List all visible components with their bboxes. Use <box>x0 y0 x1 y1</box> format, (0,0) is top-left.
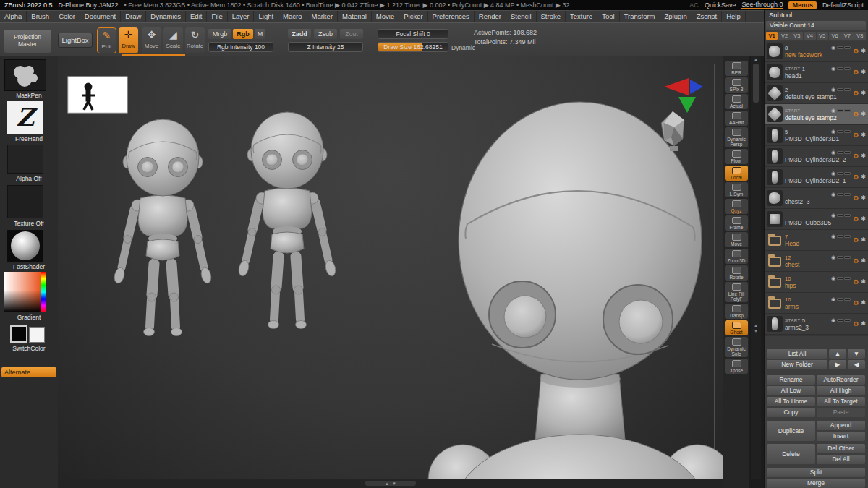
del-all-button[interactable]: Del All <box>817 455 865 464</box>
mini-slider[interactable] <box>844 235 851 238</box>
gear-icon[interactable]: ⚙ <box>853 111 859 118</box>
list-all-button[interactable]: List All <box>767 349 827 359</box>
autoreorder-button[interactable]: AutoReorder <box>817 375 865 385</box>
star-icon[interactable]: ✱ <box>861 132 866 139</box>
menu-item-stroke[interactable]: Stroke <box>537 11 566 22</box>
strip-button-dynamic-solo[interactable]: Dynamic Solo <box>725 337 748 357</box>
visibility-eye-icon[interactable]: ◉ <box>831 317 835 323</box>
visibility-eye-icon[interactable]: ◉ <box>831 87 835 93</box>
mini-slider[interactable] <box>844 319 851 322</box>
menu-item-light[interactable]: Light <box>254 11 278 22</box>
menu-item-document[interactable]: Document <box>80 11 121 22</box>
visibility-eye-icon[interactable]: ◉ <box>831 296 835 302</box>
color-picker-gradient[interactable] <box>4 272 46 312</box>
alpha-off-thumbnail[interactable] <box>7 145 43 174</box>
main-color-swatch[interactable] <box>10 325 27 343</box>
subtool-item[interactable]: START1◉head1⚙✱ <box>765 62 868 83</box>
paste-button[interactable]: Paste <box>817 408 865 417</box>
visibility-eye-icon[interactable]: ◉ <box>831 192 835 197</box>
horizontal-scrollbar[interactable]: ▲ ▼ <box>365 481 416 486</box>
subtool-item[interactable]: 10◉hips⚙✱ <box>765 272 868 293</box>
menu-item-layer[interactable]: Layer <box>228 11 255 22</box>
focal-shift-slider[interactable]: Focal Shift 0 <box>378 29 448 39</box>
mini-slider[interactable] <box>837 214 843 217</box>
divider-mid-down-icon[interactable]: ▼ <box>751 328 761 334</box>
strip-button-line-fill-polyf[interactable]: Line Fill PolyF <box>725 282 748 302</box>
viewport-3d[interactable] <box>58 56 723 479</box>
strip-button-l-sym[interactable]: L.Sym <box>725 182 748 197</box>
menu-item-zscript[interactable]: Zscript <box>692 11 723 22</box>
lightbox-button[interactable]: LightBox <box>58 33 93 48</box>
duplicate-button[interactable]: Duplicate <box>767 421 815 441</box>
mini-slider[interactable] <box>837 151 843 154</box>
menu-item-stencil[interactable]: Stencil <box>506 11 537 22</box>
draw-button[interactable]: ✛ Draw <box>119 27 138 53</box>
mini-slider[interactable] <box>837 277 843 280</box>
rotate-button[interactable]: ↻ Rotate <box>185 27 205 53</box>
gear-icon[interactable]: ⚙ <box>853 69 859 76</box>
star-icon[interactable]: ✱ <box>861 111 866 118</box>
strip-button-local[interactable]: Local <box>725 166 748 181</box>
projection-master-button[interactable]: Projection Master <box>4 30 51 53</box>
subtool-name[interactable]: PM3D_Cylinder3D1 <box>785 135 851 142</box>
material-fastshader-thumbnail[interactable] <box>7 230 43 262</box>
subtool-tab-v3[interactable]: V3 <box>791 32 803 40</box>
subtool-item[interactable]: 10◉arms⚙✱ <box>765 293 868 314</box>
mini-slider[interactable] <box>837 88 843 91</box>
visibility-eye-icon[interactable]: ◉ <box>831 45 835 51</box>
menu-item-edit[interactable]: Edit <box>186 11 207 22</box>
visibility-eye-icon[interactable]: ◉ <box>831 213 835 218</box>
strip-button-actual[interactable]: Actual <box>725 94 748 109</box>
star-icon[interactable]: ✱ <box>861 236 866 244</box>
visibility-eye-icon[interactable]: ◉ <box>831 150 835 155</box>
subtool-item[interactable]: 12◉chest⚙✱ <box>765 251 868 272</box>
mini-slider[interactable] <box>844 67 851 70</box>
all-low-button[interactable]: All Low <box>767 386 815 395</box>
subtool-item[interactable]: ◉chest2_3⚙✱ <box>765 188 868 209</box>
subtool-item[interactable]: ◉PM3D_Cube3D5⚙✱ <box>765 209 868 230</box>
move-button[interactable]: ✥ Move <box>142 27 161 53</box>
move-into-folder-button[interactable]: ▶ <box>829 360 846 369</box>
all-to-target-button[interactable]: All To Target <box>817 397 865 406</box>
subtool-tab-v1[interactable]: V1 <box>766 32 778 40</box>
mini-slider[interactable] <box>844 151 851 154</box>
mini-slider[interactable] <box>837 193 843 196</box>
menu-item-macro[interactable]: Macro <box>278 11 307 22</box>
star-icon[interactable]: ✱ <box>861 320 866 328</box>
mini-slider[interactable] <box>844 88 851 91</box>
rgb-button[interactable]: Rgb <box>233 29 253 39</box>
mini-slider[interactable] <box>837 46 843 49</box>
mini-slider[interactable] <box>837 109 843 112</box>
strip-button-spix-3[interactable]: SPix 3 <box>725 77 748 93</box>
folder-icon[interactable] <box>767 295 783 311</box>
dynamic-toggle[interactable]: Dynamic <box>451 44 475 51</box>
menu-item-file[interactable]: File <box>207 11 227 22</box>
reference-thumbnail[interactable] <box>68 77 127 113</box>
draw-size-slider[interactable]: Draw Size 162.68251 <box>378 42 448 52</box>
gear-icon[interactable]: ⚙ <box>853 194 859 202</box>
gear-icon[interactable]: ⚙ <box>853 132 859 139</box>
subtool-name[interactable]: head1 <box>785 72 851 80</box>
merge-button[interactable]: Merge <box>767 479 865 488</box>
hue-strip[interactable] <box>41 272 46 312</box>
menu-item-tool[interactable]: Tool <box>597 11 619 22</box>
subtool-name[interactable]: PM3D_Cube3D5 <box>785 219 851 226</box>
panel-divider-scrollbar[interactable]: ▲ ▲ ▼ <box>751 56 761 479</box>
menu-item-movie[interactable]: Movie <box>372 11 399 22</box>
zadd-button[interactable]: Zadd <box>288 29 311 39</box>
mesh-thumbnail[interactable] <box>767 148 783 164</box>
z-intensity-slider[interactable]: Z Intensity 25 <box>288 42 363 52</box>
star-icon[interactable]: ✱ <box>861 299 866 307</box>
visibility-eye-icon[interactable]: ◉ <box>831 275 835 281</box>
gear-icon[interactable]: ⚙ <box>853 320 859 328</box>
texture-off-thumbnail[interactable] <box>7 185 43 218</box>
subtool-name[interactable]: arms <box>785 303 851 310</box>
menu-item-render[interactable]: Render <box>475 11 506 22</box>
scroll-up-icon[interactable]: ▲ <box>385 481 389 486</box>
mini-slider[interactable] <box>837 256 843 259</box>
scroll-down-icon[interactable]: ▼ <box>392 481 396 486</box>
menu-item-texture[interactable]: Texture <box>566 11 597 22</box>
mini-slider[interactable] <box>837 235 843 238</box>
strip-button-frame[interactable]: Frame <box>725 215 748 231</box>
mini-slider[interactable] <box>844 256 851 259</box>
